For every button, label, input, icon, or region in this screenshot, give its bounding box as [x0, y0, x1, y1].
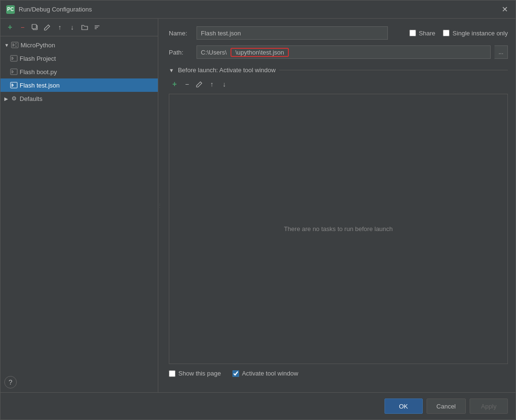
- bottom-checkboxes: Show this page Activate tool window: [169, 370, 508, 377]
- svg-rect-5: [11, 42, 18, 48]
- share-label: Share: [419, 30, 436, 37]
- main-panel: Name: Share Single instance only Path:: [161, 19, 516, 392]
- before-launch-edit-button[interactable]: [194, 78, 205, 90]
- activate-window-checkbox-label[interactable]: Activate tool window: [232, 370, 298, 377]
- sort-button[interactable]: [91, 22, 103, 33]
- path-row: Path: C:\Users\ \upython\test.json ...: [169, 45, 508, 59]
- show-page-checkbox-label[interactable]: Show this page: [169, 370, 221, 377]
- single-instance-checkbox[interactable]: [443, 30, 450, 36]
- config-tree: ▼ MicroPython: [0, 36, 158, 212]
- name-input[interactable]: [197, 26, 388, 40]
- micropython-label: MicroPython: [21, 42, 55, 49]
- activate-window-label: Activate tool window: [242, 370, 298, 377]
- svg-rect-20: [11, 82, 17, 88]
- sidebar-toolbar: + − ↑ ↓: [0, 19, 158, 36]
- before-launch-title: Before launch: Activate tool window: [178, 66, 276, 74]
- remove-config-button[interactable]: −: [17, 22, 28, 33]
- activate-window-checkbox[interactable]: [232, 370, 239, 377]
- single-instance-label: Single instance only: [452, 30, 508, 37]
- path-right-value: \upython\test.json: [231, 48, 289, 57]
- flash-test-label: Flash test.json: [20, 82, 60, 89]
- single-instance-checkbox-label[interactable]: Single instance only: [443, 30, 508, 37]
- close-button[interactable]: ✕: [499, 4, 510, 15]
- share-checkbox-label[interactable]: Share: [409, 30, 436, 37]
- section-toggle-icon[interactable]: ▼: [169, 67, 174, 73]
- show-page-label: Show this page: [178, 370, 221, 377]
- copy-config-button[interactable]: [29, 22, 41, 33]
- tree-group-micropython[interactable]: ▼ MicroPython: [0, 38, 158, 52]
- svg-rect-12: [11, 55, 17, 61]
- move-up-button[interactable]: ↑: [54, 22, 66, 33]
- sidebar-bottom: ?: [0, 212, 158, 392]
- before-launch-toolbar: + − ↑ ↓: [169, 78, 508, 90]
- path-label: Path:: [169, 49, 193, 56]
- name-row: Name: Share Single instance only: [169, 26, 508, 40]
- flash-project-label: Flash Project: [20, 55, 56, 62]
- name-label: Name:: [169, 30, 193, 37]
- before-launch-move-up-button[interactable]: ↑: [206, 78, 218, 90]
- title-bar: PC Run/Debug Configurations ✕: [0, 0, 516, 19]
- flash-boot-label: Flash boot.py: [20, 68, 57, 76]
- dialog-footer: OK Cancel Apply: [0, 392, 516, 420]
- show-page-checkbox[interactable]: [169, 370, 176, 377]
- folder-button[interactable]: [79, 22, 90, 33]
- header-options: Share Single instance only: [409, 30, 508, 37]
- section-divider: [279, 70, 508, 70]
- before-launch-section-header: ▼ Before launch: Activate tool window: [169, 66, 508, 74]
- apply-button[interactable]: Apply: [470, 398, 508, 414]
- svg-rect-1: [32, 24, 36, 29]
- sidebar: + − ↑ ↓: [0, 19, 158, 392]
- path-input-container: C:\Users\ \upython\test.json: [197, 45, 491, 59]
- tree-item-flash-test[interactable]: Flash test.json: [0, 78, 158, 92]
- micropython-icon: [11, 41, 19, 49]
- title-bar-left: PC Run/Debug Configurations: [6, 5, 92, 14]
- flash-test-icon: [10, 81, 18, 89]
- main-content: + − ↑ ↓: [0, 19, 516, 392]
- defaults-label: Defaults: [20, 95, 43, 102]
- svg-rect-16: [11, 69, 17, 75]
- ok-button[interactable]: OK: [384, 398, 423, 414]
- tree-item-flash-boot[interactable]: Flash boot.py: [0, 65, 158, 78]
- add-config-button[interactable]: +: [4, 22, 16, 33]
- chevron-right-icon: ▶: [4, 96, 8, 101]
- flash-project-icon: [10, 55, 18, 62]
- move-down-button[interactable]: ↓: [66, 22, 78, 33]
- tree-group-defaults[interactable]: ▶ ⚙ Defaults: [0, 92, 158, 105]
- path-left-value: C:\Users\: [197, 49, 231, 56]
- before-launch-remove-button[interactable]: −: [181, 78, 193, 90]
- edit-config-button[interactable]: [42, 22, 53, 33]
- before-launch-content-area: There are no tasks to run before launch: [169, 94, 508, 364]
- path-more-button[interactable]: ...: [494, 45, 508, 59]
- empty-tasks-message: There are no tasks to run before launch: [284, 225, 393, 232]
- before-launch-add-button[interactable]: +: [169, 78, 180, 90]
- help-button[interactable]: ?: [4, 376, 17, 388]
- chevron-down-icon: ▼: [4, 43, 9, 48]
- run-debug-configurations-dialog: PC Run/Debug Configurations ✕ + −: [0, 0, 516, 420]
- tree-item-flash-project[interactable]: Flash Project: [0, 52, 158, 65]
- share-checkbox[interactable]: [409, 30, 416, 36]
- flash-boot-icon: [10, 68, 18, 76]
- dialog-title: Run/Debug Configurations: [19, 6, 92, 13]
- cancel-button[interactable]: Cancel: [427, 398, 466, 414]
- before-launch-move-down-button[interactable]: ↓: [219, 78, 230, 90]
- defaults-icon: ⚙: [10, 95, 18, 102]
- app-icon: PC: [6, 5, 15, 14]
